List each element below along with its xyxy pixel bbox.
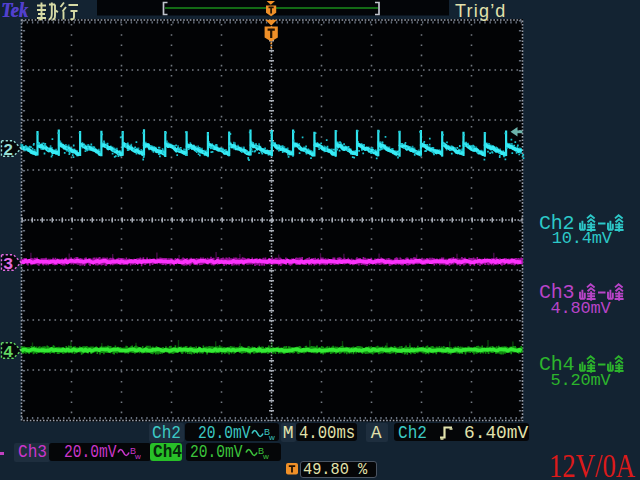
svg-text:w: w [134,452,141,461]
svg-text:2: 2 [3,141,13,160]
svg-text:4: 4 [3,343,13,362]
svg-text:w: w [268,433,275,442]
svg-text:3: 3 [3,255,13,274]
svg-text:w: w [262,452,269,461]
